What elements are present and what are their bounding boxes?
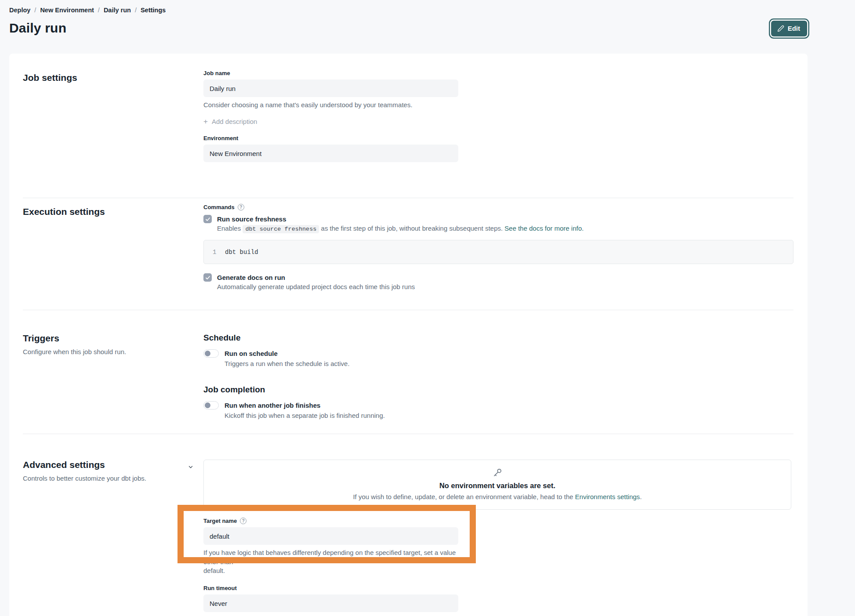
job-name-label: Job name xyxy=(203,70,793,76)
environment-input[interactable]: New Environment xyxy=(203,145,458,162)
env-vars-empty-title: No environment variables are set. xyxy=(213,482,782,490)
job-completion-heading: Job completion xyxy=(203,385,793,395)
settings-card: Job settings Job name Daily run Consider… xyxy=(9,54,808,616)
section-triggers: Triggers Configure when this job should … xyxy=(23,310,793,434)
section-execution-settings: Execution settings Commands Run source f… xyxy=(23,198,793,310)
commands-label-text: Commands xyxy=(203,204,235,210)
commands-code-editor[interactable]: 1 dbt build xyxy=(203,240,793,264)
help-icon[interactable] xyxy=(238,204,244,210)
toggle-knob xyxy=(205,351,210,356)
execution-settings-heading: Execution settings xyxy=(23,207,203,217)
page-title: Daily run xyxy=(9,21,855,36)
run-timeout-label: Run timeout xyxy=(203,585,793,591)
target-name-group: Target name default If you have logic th… xyxy=(203,518,467,575)
run-on-schedule-toggle[interactable] xyxy=(203,349,219,358)
breadcrumb-environment[interactable]: New Environment xyxy=(40,7,94,14)
run-source-freshness-row: Run source freshness xyxy=(203,215,793,223)
run-when-job-finishes-row: Run when another job finishes xyxy=(203,401,793,409)
advanced-settings-subtext: Controls to better customize your dbt jo… xyxy=(23,475,203,482)
generate-docs-row: Generate docs on run xyxy=(203,273,793,282)
help-icon[interactable] xyxy=(240,518,246,524)
env-vars-empty-desc: If you wish to define, update, or delete… xyxy=(213,493,782,500)
run-timeout-group: Run timeout Never Maximum number of seco… xyxy=(203,585,793,616)
desc-prefix: Enables xyxy=(217,225,241,232)
key-icon xyxy=(492,472,503,479)
job-name-helper: Consider choosing a name that's easily u… xyxy=(203,101,467,109)
breadcrumb-deploy[interactable]: Deploy xyxy=(9,7,30,14)
job-name-input[interactable]: Daily run xyxy=(203,80,458,97)
generate-docs-checkbox[interactable] xyxy=(203,273,212,282)
advanced-settings-heading: Advanced settings xyxy=(23,460,203,470)
plus-icon xyxy=(203,118,208,125)
target-name-label: Target name xyxy=(203,518,467,524)
run-timeout-input[interactable]: Never xyxy=(203,594,458,612)
edit-button[interactable]: Edit xyxy=(771,21,807,36)
target-name-input[interactable]: default xyxy=(203,527,458,545)
code-text: dbt build xyxy=(225,249,258,256)
section-advanced-settings: Advanced settings Controls to better cus… xyxy=(23,434,793,616)
breadcrumb-separator: / xyxy=(135,7,137,14)
env-desc-suffix: . xyxy=(640,493,641,500)
environment-label: Environment xyxy=(203,135,793,141)
run-on-schedule-label: Run on schedule xyxy=(225,350,278,357)
job-settings-page: Deploy / New Environment / Daily run / S… xyxy=(0,0,855,616)
generate-docs-label: Generate docs on run xyxy=(217,274,285,281)
add-description-button[interactable]: Add description xyxy=(203,118,257,125)
commands-label: Commands xyxy=(203,204,793,210)
environment-variables-box: No environment variables are set. If you… xyxy=(203,460,791,510)
breadcrumb: Deploy / New Environment / Daily run / S… xyxy=(9,7,855,14)
target-name-label-text: Target name xyxy=(203,518,237,524)
code-line-number: 1 xyxy=(213,249,225,256)
run-when-job-finishes-label: Run when another job finishes xyxy=(225,402,320,409)
checkmark-icon xyxy=(205,275,210,280)
target-name-helper: If you have logic that behaves different… xyxy=(203,548,467,575)
chevron-down-icon[interactable] xyxy=(188,464,194,472)
run-on-schedule-desc: Triggers a run when the schedule is acti… xyxy=(225,360,793,367)
freshness-command-chip: dbt source freshness xyxy=(243,225,319,233)
generate-docs-desc: Automatically generate updated project d… xyxy=(217,283,793,290)
schedule-heading: Schedule xyxy=(203,333,793,343)
run-when-job-finishes-toggle[interactable] xyxy=(203,401,219,409)
toggle-knob xyxy=(205,402,210,408)
helper-line-2: default. xyxy=(203,566,467,575)
breadcrumb-separator: / xyxy=(34,7,36,14)
add-description-label: Add description xyxy=(212,118,257,125)
breadcrumb-separator: / xyxy=(98,7,100,14)
run-source-freshness-label: Run source freshness xyxy=(217,215,286,223)
env-desc-prefix: If you wish to define, update, or delete… xyxy=(353,493,573,500)
breadcrumb-job[interactable]: Daily run xyxy=(104,7,131,14)
checkmark-icon xyxy=(205,217,210,222)
run-when-job-finishes-desc: Kickoff this job when a separate job is … xyxy=(225,412,793,419)
helper-line-1: If you have logic that behaves different… xyxy=(203,548,467,566)
environments-settings-link[interactable]: Environments settings xyxy=(575,493,640,500)
breadcrumb-current-settings: Settings xyxy=(141,7,166,14)
edit-button-label: Edit xyxy=(788,25,800,32)
run-source-freshness-desc: Enables dbt source freshness as the firs… xyxy=(217,225,793,232)
job-settings-heading: Job settings xyxy=(23,72,203,83)
run-on-schedule-row: Run on schedule xyxy=(203,349,793,358)
docs-link[interactable]: See the docs for more info. xyxy=(504,225,583,232)
desc-suffix: as the first step of this job, without b… xyxy=(321,225,503,232)
triggers-heading: Triggers xyxy=(23,333,203,344)
run-source-freshness-checkbox[interactable] xyxy=(203,215,212,223)
triggers-subtext: Configure when this job should run. xyxy=(23,348,203,355)
page-header: Deploy / New Environment / Daily run / S… xyxy=(0,0,855,36)
section-job-settings: Job settings Job name Daily run Consider… xyxy=(23,70,793,198)
pencil-icon xyxy=(777,25,784,32)
